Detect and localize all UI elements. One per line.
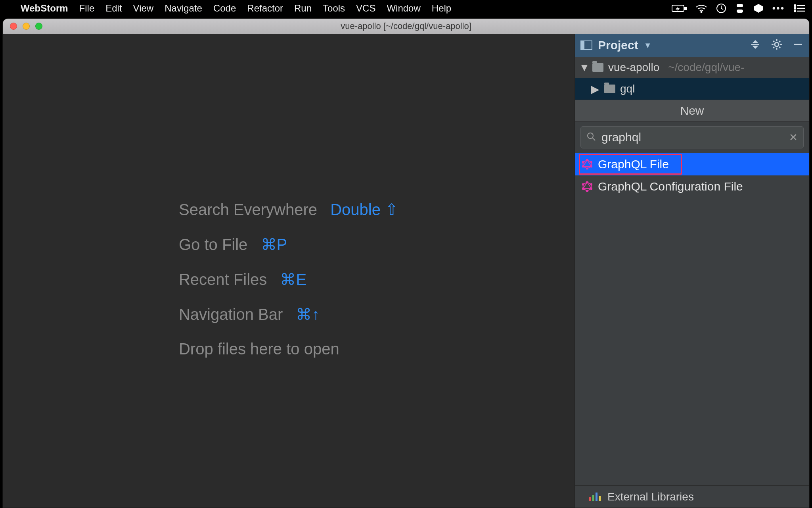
svg-rect-1: [685, 7, 686, 10]
popup-item-label: GraphQL File: [598, 158, 669, 171]
popup-search-input[interactable]: [601, 131, 783, 144]
welcome-label: Search Everywhere: [179, 201, 317, 218]
svg-point-11: [794, 8, 796, 9]
project-view-icon: [580, 40, 592, 50]
svg-line-29: [592, 138, 595, 140]
menu-run[interactable]: Run: [294, 3, 312, 14]
editor-empty-state: Search Everywhere Double ⇧ Go to File ⌘P…: [3, 34, 575, 508]
svg-point-33: [590, 162, 592, 163]
menu-tools[interactable]: Tools: [323, 3, 345, 14]
svg-rect-6: [737, 4, 743, 7]
welcome-label: Navigation Bar: [179, 306, 283, 323]
popup-results: GraphQL File GraphQL Configuration File: [575, 153, 809, 198]
graphql-icon: [582, 159, 592, 169]
welcome-drop-hint: Drop files here to open: [179, 340, 398, 358]
svg-line-25: [773, 47, 774, 48]
welcome-search-everywhere: Search Everywhere Double ⇧: [179, 200, 398, 219]
welcome-shortcut: ⌘P: [261, 236, 287, 253]
svg-point-9: [794, 5, 796, 6]
svg-point-34: [590, 165, 592, 167]
tree-item-name: gql: [620, 83, 635, 95]
menu-navigate[interactable]: Navigate: [165, 3, 202, 14]
menu-vcs[interactable]: VCS: [356, 3, 375, 14]
svg-point-44: [582, 188, 584, 189]
chevron-right-icon[interactable]: ▶: [591, 83, 599, 96]
tree-item-gql[interactable]: ▶ gql: [575, 78, 809, 100]
svg-point-2: [701, 12, 702, 13]
svg-marker-15: [752, 40, 758, 43]
svg-marker-17: [752, 46, 758, 49]
svg-line-24: [779, 47, 780, 48]
menu-view[interactable]: View: [133, 3, 154, 14]
welcome-nav-bar: Navigation Bar ⌘↑: [179, 305, 398, 323]
graphql-icon: [582, 181, 592, 192]
svg-rect-16: [751, 44, 759, 45]
wifi-icon[interactable]: [695, 4, 707, 13]
popup-item-graphql-file[interactable]: GraphQL File: [575, 153, 809, 175]
battery-icon[interactable]: [672, 4, 687, 13]
chevron-down-icon[interactable]: ▼: [644, 41, 652, 50]
svg-point-18: [775, 42, 779, 46]
folder-icon: [592, 63, 603, 72]
svg-rect-7: [737, 10, 743, 13]
svg-line-23: [773, 41, 774, 42]
svg-marker-8: [754, 4, 763, 13]
external-libraries-label: External Libraries: [607, 491, 694, 503]
popup-item-label: GraphQL Configuration File: [598, 180, 743, 193]
toolbox-icon[interactable]: [753, 3, 764, 13]
svg-point-32: [586, 159, 588, 161]
clock-icon[interactable]: [716, 3, 726, 13]
hide-tool-window-icon[interactable]: [793, 39, 804, 52]
svg-point-13: [794, 10, 796, 12]
svg-point-45: [582, 184, 584, 185]
menubar-menus: File Edit View Navigate Code Refactor Ru…: [79, 3, 452, 14]
project-tool-window: Project ▼ ▼: [575, 34, 809, 508]
macos-menubar: WebStorm File Edit View Navigate Code Re…: [0, 0, 812, 17]
clear-icon[interactable]: ✕: [789, 131, 798, 144]
gear-icon[interactable]: [771, 39, 782, 52]
menubar-status-icons: •••: [672, 3, 805, 13]
svg-point-35: [586, 168, 588, 169]
libraries-icon: [589, 493, 602, 501]
popup-search[interactable]: ✕: [580, 126, 804, 148]
folder-icon: [604, 85, 615, 93]
svg-point-40: [586, 181, 588, 183]
app-window: vue-apollo [~/code/gql/vue-apollo] Searc…: [2, 18, 810, 508]
svg-point-36: [582, 165, 584, 167]
menu-edit[interactable]: Edit: [105, 3, 122, 14]
svg-line-5: [721, 8, 723, 10]
svg-point-41: [590, 184, 592, 185]
list-icon[interactable]: [794, 4, 805, 13]
more-icon[interactable]: •••: [772, 3, 785, 13]
tree-root[interactable]: ▼ vue-apollo ~/code/gql/vue-: [575, 57, 809, 78]
tool-window-header: Project ▼: [575, 34, 809, 57]
search-icon: [586, 132, 596, 143]
chevron-down-icon[interactable]: ▼: [579, 61, 588, 74]
welcome-goto-file: Go to File ⌘P: [179, 235, 398, 254]
tool-window-title[interactable]: Project: [598, 38, 638, 52]
popup-title: New: [575, 100, 809, 121]
menu-code[interactable]: Code: [213, 3, 236, 14]
svg-point-42: [590, 188, 592, 189]
popup-item-graphql-config[interactable]: GraphQL Configuration File: [575, 175, 809, 198]
window-titlebar: vue-apollo [~/code/gql/vue-apollo]: [3, 19, 809, 34]
tree-root-name: vue-apollo: [608, 61, 659, 74]
welcome-shortcut: Double ⇧: [330, 201, 398, 218]
welcome-label: Recent Files: [179, 271, 267, 288]
project-tree: ▼ vue-apollo ~/code/gql/vue- ▶ gql: [575, 57, 809, 100]
menu-help[interactable]: Help: [432, 3, 451, 14]
svg-point-28: [588, 133, 593, 139]
menu-window[interactable]: Window: [387, 3, 420, 14]
window-title: vue-apollo [~/code/gql/vue-apollo]: [3, 21, 809, 31]
collapse-all-icon[interactable]: [750, 39, 761, 51]
welcome-shortcut: ⌘↑: [296, 306, 320, 323]
welcome-label: Go to File: [179, 236, 247, 253]
menubar-app[interactable]: WebStorm: [21, 3, 68, 14]
external-libraries[interactable]: External Libraries: [575, 485, 809, 508]
svg-line-26: [779, 41, 780, 42]
switch-icon[interactable]: [735, 3, 745, 13]
menu-file[interactable]: File: [79, 3, 95, 14]
menu-refactor[interactable]: Refactor: [247, 3, 283, 14]
tree-root-path: ~/code/gql/vue-: [668, 61, 744, 74]
svg-point-37: [582, 162, 584, 163]
